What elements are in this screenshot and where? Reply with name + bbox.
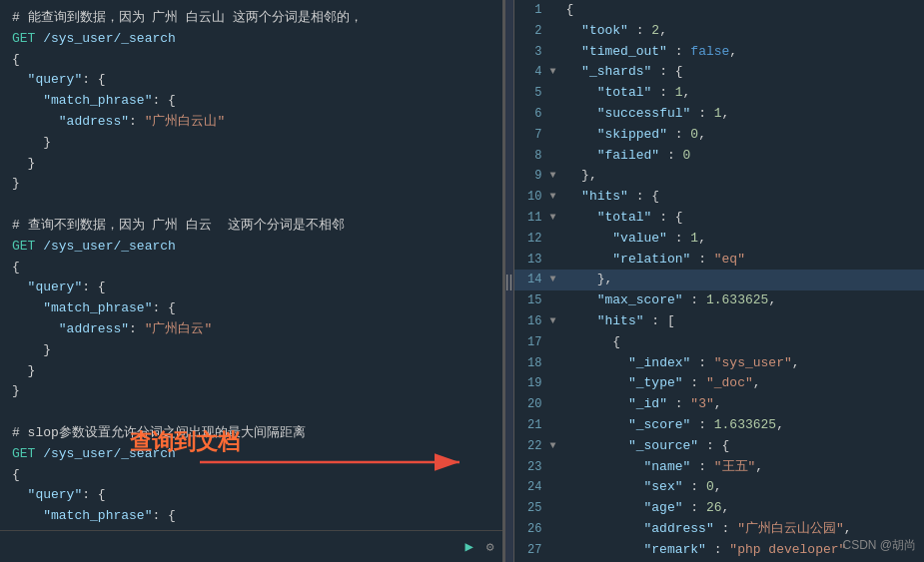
line-number: 15: [514, 290, 550, 310]
fold-arrow[interactable]: ▼: [550, 62, 564, 80]
line-content: "hits" : [: [564, 311, 925, 332]
fold-arrow[interactable]: [550, 477, 564, 479]
run-button[interactable]: ▶: [461, 538, 478, 556]
code-line: 8 "failed" : 0: [514, 146, 925, 167]
line-content: "total" : 1,: [564, 83, 925, 104]
code-line: 16▼ "hits" : [: [514, 311, 925, 332]
code-line: 23 "name" : "王五",: [514, 457, 925, 478]
fold-arrow[interactable]: [550, 104, 564, 106]
code-line: 21 "_score" : 1.633625,: [514, 415, 925, 436]
code-line: 11▼ "total" : {: [514, 208, 925, 229]
line-content: "failed" : 0: [564, 146, 925, 167]
line-number: 2: [514, 21, 550, 41]
line-number: 14: [514, 270, 550, 289]
line-content: {: [564, 332, 925, 353]
code-line: 2 "took" : 2,: [514, 21, 925, 42]
fold-arrow[interactable]: ▼: [550, 187, 564, 205]
code-line: 4▼ "_shards" : {: [514, 62, 925, 83]
line-number: 20: [514, 394, 550, 414]
line-content: "age" : 26,: [564, 498, 925, 519]
fold-arrow[interactable]: [550, 415, 564, 417]
line-number: 5: [514, 83, 550, 103]
line-number: 11: [514, 208, 550, 228]
code-line: 20 "_id" : "3",: [514, 394, 925, 415]
fold-arrow[interactable]: [550, 373, 564, 375]
line-content: "hits" : {: [564, 187, 925, 208]
line-number: 3: [514, 42, 550, 62]
line-number: 23: [514, 457, 550, 477]
line-content: "_score" : 1.633625,: [564, 415, 925, 436]
code-line: 6 "successful" : 1,: [514, 104, 925, 125]
code-line: 14▼ },: [514, 270, 925, 290]
code-line: 9▼ },: [514, 166, 925, 187]
fold-arrow[interactable]: [550, 519, 564, 521]
line-number: 18: [514, 353, 550, 373]
fold-arrow[interactable]: [550, 498, 564, 500]
line-number: 19: [514, 373, 550, 393]
fold-arrow[interactable]: ▼: [550, 436, 564, 454]
line-content: "_source" : {: [564, 436, 925, 457]
fold-arrow[interactable]: ▼: [550, 311, 564, 329]
fold-arrow[interactable]: [550, 394, 564, 396]
line-number: 16: [514, 311, 550, 331]
line-content: "successful" : 1,: [564, 104, 925, 125]
line-number: 17: [514, 332, 550, 352]
line-content: "name" : "王五",: [564, 457, 925, 478]
fold-arrow[interactable]: [550, 332, 564, 334]
fold-arrow[interactable]: [550, 21, 564, 23]
line-content: "timed_out" : false,: [564, 42, 925, 63]
fold-arrow[interactable]: [550, 146, 564, 148]
line-content: {: [564, 0, 925, 21]
fold-arrow[interactable]: [550, 125, 564, 127]
line-content: "skipped" : 0,: [564, 125, 925, 146]
line-content: "_shards" : {: [564, 62, 925, 83]
fold-arrow[interactable]: [550, 540, 564, 542]
line-number: 4: [514, 62, 550, 82]
line-number: 6: [514, 104, 550, 124]
code-line: 25 "age" : 26,: [514, 498, 925, 519]
code-line: 19 "_type" : "_doc",: [514, 373, 925, 394]
fold-arrow[interactable]: [550, 250, 564, 252]
fold-arrow[interactable]: [550, 353, 564, 355]
code-line: 1{: [514, 0, 925, 21]
line-content: "max_score" : 1.633625,: [564, 290, 925, 311]
fold-arrow[interactable]: ▼: [550, 208, 564, 226]
line-number: 21: [514, 415, 550, 435]
line-number: 8: [514, 146, 550, 166]
left-code: # 能查询到数据，因为 广州 白云山 这两个分词是相邻的， GET /sys_u…: [0, 0, 502, 562]
code-line: 10▼ "hits" : {: [514, 187, 925, 208]
line-number: 25: [514, 498, 550, 518]
code-line: 18 "_index" : "sys_user",: [514, 353, 925, 374]
fold-arrow[interactable]: ▼: [550, 270, 564, 287]
fold-arrow[interactable]: [550, 0, 564, 2]
left-panel: # 能查询到数据，因为 广州 白云山 这两个分词是相邻的， GET /sys_u…: [0, 0, 504, 562]
line-number: 27: [514, 540, 550, 560]
code-line: 12 "value" : 1,: [514, 229, 925, 250]
code-line: 13 "relation" : "eq": [514, 250, 925, 271]
line-number: 7: [514, 125, 550, 145]
code-output: 1{2 "took" : 2,3 "timed_out" : false,4▼ …: [514, 0, 925, 562]
panel-divider: ‖: [504, 0, 514, 562]
fold-arrow[interactable]: ▼: [550, 166, 564, 184]
line-number: 10: [514, 187, 550, 207]
settings-icon[interactable]: ⚙: [486, 539, 494, 555]
line-content: "_type" : "_doc",: [564, 373, 925, 394]
divider-handle: ‖: [504, 272, 514, 291]
code-line: 5 "total" : 1,: [514, 83, 925, 104]
code-line: 17 {: [514, 332, 925, 353]
line-number: 13: [514, 250, 550, 270]
line-content: "sex" : 0,: [564, 477, 925, 498]
line-content: "total" : {: [564, 208, 925, 229]
fold-arrow[interactable]: [550, 229, 564, 231]
code-line: 7 "skipped" : 0,: [514, 125, 925, 146]
fold-arrow[interactable]: [550, 42, 564, 44]
fold-arrow[interactable]: [550, 290, 564, 292]
fold-arrow[interactable]: [550, 457, 564, 459]
code-line: 24 "sex" : 0,: [514, 477, 925, 498]
line-number: 26: [514, 519, 550, 539]
watermark: CSDN @胡尚: [842, 537, 916, 554]
fold-arrow[interactable]: [550, 83, 564, 85]
line-content: },: [564, 166, 925, 187]
line-content: "value" : 1,: [564, 229, 925, 250]
line-content: "relation" : "eq": [564, 250, 925, 271]
